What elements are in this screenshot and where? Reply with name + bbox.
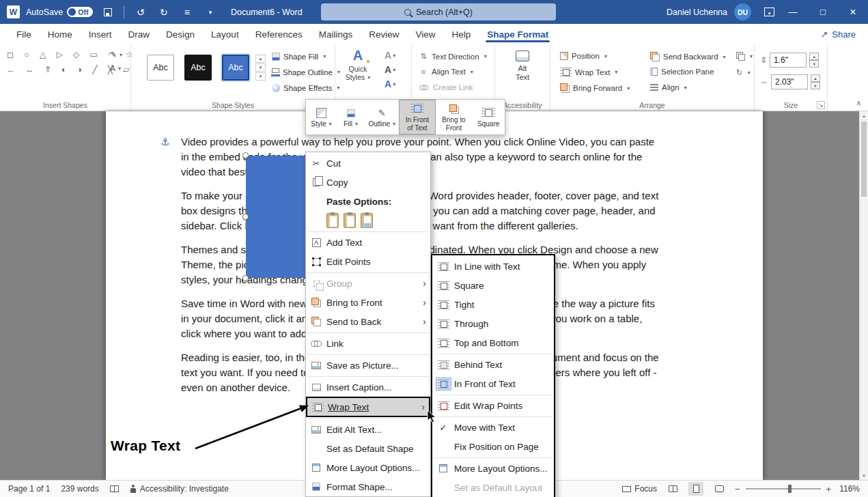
submenu-item-in-front-of-text[interactable]: In Front of Text — [432, 374, 554, 393]
size-dialog-launcher[interactable]: ↘ — [817, 101, 825, 109]
tab-mailings[interactable]: Mailings — [311, 24, 361, 44]
tab-home[interactable]: Home — [40, 24, 81, 44]
in-front-of-text-button[interactable]: In Front of Text — [399, 100, 436, 134]
minimize-button[interactable]: — — [778, 0, 808, 24]
outline-button[interactable]: ✎ Outline▾ — [365, 100, 399, 134]
shape-effects-button[interactable]: Shape Effects▾ — [272, 80, 340, 96]
bring-forward-button[interactable]: Bring Forward▾ — [560, 83, 630, 93]
align-button[interactable]: Align▾ — [650, 83, 687, 91]
submenu-item-in-line-with-text[interactable]: In Line with Text — [432, 257, 554, 276]
context-menu-item-insert-caption[interactable]: Insert Caption... — [306, 378, 430, 397]
gallery-more-button[interactable]: ▾ — [255, 72, 266, 81]
share-button[interactable]: ↗ Share — [820, 29, 856, 40]
text-fill-button[interactable]: A▾ — [384, 50, 395, 61]
ribbon-display-options-button[interactable]: ▾ — [761, 3, 778, 21]
customize-toolbar-chevron-icon[interactable]: ▾ — [201, 3, 219, 21]
tab-file[interactable]: File — [8, 24, 40, 44]
submenu-item-square[interactable]: Square — [432, 276, 554, 295]
context-menu-item-add-text[interactable]: AAdd Text — [306, 233, 430, 252]
scroll-down-icon[interactable]: ▾ — [860, 471, 868, 480]
shape-outline-button[interactable]: Shape Outline▾ — [272, 64, 340, 80]
selection-pane-button[interactable]: Selection Pane — [650, 68, 714, 76]
tab-draw[interactable]: Draw — [120, 24, 158, 44]
zoom-in-button[interactable]: + — [826, 484, 832, 494]
tab-references[interactable]: References — [247, 24, 311, 44]
zoom-out-button[interactable]: − — [735, 484, 740, 494]
context-menu-item-bring-to-front[interactable]: Bring to Front› — [306, 293, 430, 312]
shape-style-preset-1[interactable]: Abc — [147, 55, 174, 81]
tab-help[interactable]: Help — [444, 24, 479, 44]
align-text-button[interactable]: ≡Align Text▾ — [419, 68, 473, 76]
edit-shape-button[interactable]: ✎▾ — [111, 51, 122, 59]
text-effects-button[interactable]: A▾ — [384, 79, 395, 89]
context-menu-item-link[interactable]: Link — [306, 334, 430, 353]
resize-handle[interactable] — [242, 275, 249, 281]
text-outline-button[interactable]: A▾ — [384, 64, 395, 75]
paste-keep-source-formatting-icon[interactable] — [326, 213, 339, 228]
submenu-item-edit-wrap-points[interactable]: Edit Wrap Points — [432, 396, 554, 415]
text-direction-button[interactable]: ⇅Text Direction▾ — [419, 52, 487, 61]
undo-button[interactable]: ↺ — [132, 3, 149, 21]
shape-style-preset-3-selected[interactable]: Abc — [222, 55, 249, 81]
search-box[interactable]: Search (Alt+Q) — [321, 3, 556, 20]
shape-width-field[interactable]: 2.03" — [771, 74, 808, 89]
zoom-slider-thumb[interactable] — [788, 485, 792, 493]
context-menu-item-more-layout-options[interactable]: More Layout Options... — [306, 458, 430, 477]
maximize-button[interactable]: □ — [808, 0, 838, 24]
close-button[interactable]: × — [838, 0, 868, 24]
gallery-down-button[interactable]: ▾ — [255, 63, 266, 72]
stepper-down[interactable]: ▾ — [809, 60, 819, 68]
style-button[interactable]: Style▾ — [306, 100, 337, 134]
paste-merge-formatting-icon[interactable] — [344, 213, 356, 228]
submenu-item-more-layout-options[interactable]: More Layout Options... — [432, 459, 554, 478]
zoom-slider[interactable] — [746, 488, 821, 489]
gallery-up-button[interactable]: ▴ — [255, 55, 266, 63]
stepper-up[interactable]: ▴ — [809, 53, 819, 60]
tab-review[interactable]: Review — [361, 24, 407, 44]
scroll-up-icon[interactable]: ▴ — [860, 111, 868, 120]
print-layout-button[interactable] — [688, 482, 703, 496]
submenu-item-top-and-bottom[interactable]: Top and Bottom — [432, 333, 554, 352]
tab-view[interactable]: View — [407, 24, 443, 44]
collapse-ribbon-button[interactable]: ∧ — [856, 99, 861, 106]
context-menu-item-edit-alt-text[interactable]: Edit Alt Text... — [306, 420, 430, 439]
submenu-item-through[interactable]: Through — [432, 314, 554, 333]
context-menu-item-cut[interactable]: ✂Cut — [306, 154, 430, 173]
stepper-down[interactable]: ▾ — [811, 82, 820, 89]
context-menu-item-send-to-back[interactable]: Send to Back› — [306, 312, 430, 331]
vertical-scrollbar[interactable]: ▴ ▾ — [859, 111, 868, 480]
stepper-up[interactable]: ▴ — [811, 74, 820, 82]
context-menu-item-format-shape[interactable]: Format Shape... — [306, 477, 430, 496]
shape-style-preset-2[interactable]: Abc — [184, 55, 212, 81]
accessibility-status[interactable]: Accessibility: Investigate — [130, 484, 229, 494]
word-logo-icon[interactable]: W — [7, 5, 20, 18]
wrap-text-button[interactable]: Wrap Text▾ — [560, 68, 617, 76]
focus-button[interactable]: Focus — [622, 484, 657, 494]
save-button[interactable] — [99, 3, 116, 21]
send-backward-button[interactable]: Send Backward▾ — [650, 52, 726, 61]
tab-layout[interactable]: Layout — [203, 24, 247, 44]
tab-design[interactable]: Design — [158, 24, 203, 44]
group-objects-button[interactable]: ▾ — [736, 52, 753, 61]
fill-button[interactable]: Fill▾ — [337, 100, 365, 134]
resize-handle[interactable] — [242, 214, 249, 220]
square-wrap-button[interactable]: Square — [472, 100, 505, 134]
submenu-item-behind-text[interactable]: Behind Text — [432, 355, 554, 374]
context-menu-item-set-default-shape[interactable]: Set as Default Shape — [306, 439, 430, 458]
submenu-item-move-with-text[interactable]: ✓Move with Text — [432, 418, 554, 437]
submenu-item-fix-position-on-page[interactable]: Fix Position on Page — [432, 437, 554, 456]
quick-styles-button[interactable]: A ★ Quick Styles▾ — [338, 48, 378, 81]
text-box-button[interactable]: A▾ — [111, 64, 122, 72]
quick-access-list-icon[interactable]: ≡ — [178, 3, 195, 21]
proofing-icon[interactable] — [110, 485, 119, 492]
tab-insert[interactable]: Insert — [81, 24, 120, 44]
bring-to-front-button[interactable]: Bring to Front — [436, 100, 473, 134]
shape-fill-button[interactable]: Shape Fill▾ — [272, 48, 340, 64]
autosave-toggle[interactable]: AutoSave Off — [26, 7, 93, 17]
submenu-item-tight[interactable]: Tight — [432, 295, 554, 314]
redo-button[interactable]: ↻ — [155, 3, 172, 21]
web-layout-button[interactable] — [712, 482, 727, 496]
word-count[interactable]: 239 words — [61, 484, 98, 494]
read-mode-button[interactable] — [665, 482, 680, 496]
shape-height-field[interactable]: 1.6" — [770, 53, 807, 68]
